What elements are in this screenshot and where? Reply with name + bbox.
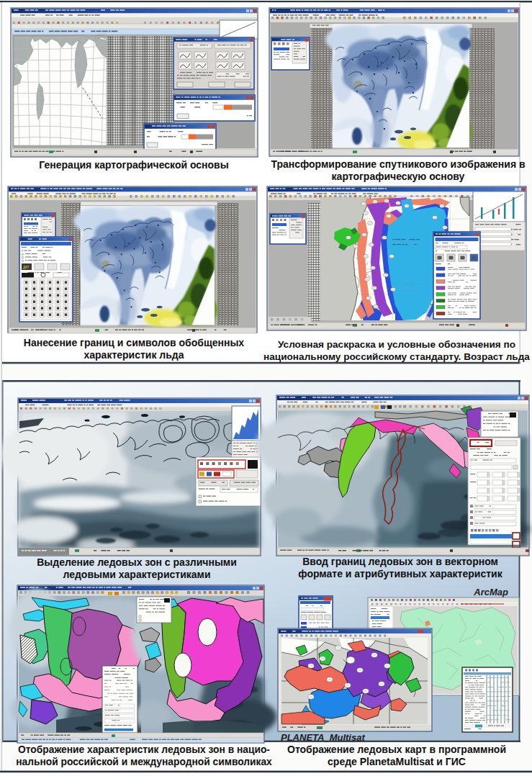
svg-text:ДАТ: ДАТ — [23, 266, 30, 269]
svg-text:Трансформирование спутникового: Трансформирование спутникового изображен… — [271, 158, 526, 170]
svg-text:картографическую основу: картографическую основу — [332, 171, 465, 182]
svg-text:характеристик льда: характеристик льда — [84, 349, 184, 361]
svg-text:национальному российскому ст: национальному российскому стандарту. Воз… — [263, 351, 530, 362]
svg-text:Выделение ледовых зон с различ: Выделение ледовых зон с различными — [37, 556, 237, 568]
svg-text:Нанесение границ и символов об: Нанесение границ и символов обобщенных — [24, 337, 244, 348]
svg-text:ледовыми характеристиками: ледовыми характеристиками — [63, 569, 210, 580]
svg-text:формате и атрибутивных характе: формате и атрибутивных характеристик — [298, 568, 502, 579]
svg-text:Отображение ледовых карт в про: Отображение ледовых карт в программной — [287, 744, 506, 755]
svg-text:нальной российской и междунаро: нальной российской и международной симво… — [16, 757, 272, 767]
svg-text:Условная раскраска и условные: Условная раскраска и условные обозначени… — [278, 339, 515, 350]
svg-text:Отображение характеристик ледо: Отображение характеристик ледовых зон в … — [18, 744, 270, 755]
svg-text:PLANETA_Multisat: PLANETA_Multisat — [281, 732, 365, 743]
svg-text:Генерация картографической осн: Генерация картографической основы — [39, 159, 228, 171]
svg-text:Ввод границ ледовых зон в вект: Ввод границ ледовых зон в векторном — [302, 556, 498, 567]
svg-text:ArcMap: ArcMap — [473, 587, 508, 597]
svg-text:среде PlanetaMultisat и ГИС: среде PlanetaMultisat и ГИС — [328, 756, 466, 767]
